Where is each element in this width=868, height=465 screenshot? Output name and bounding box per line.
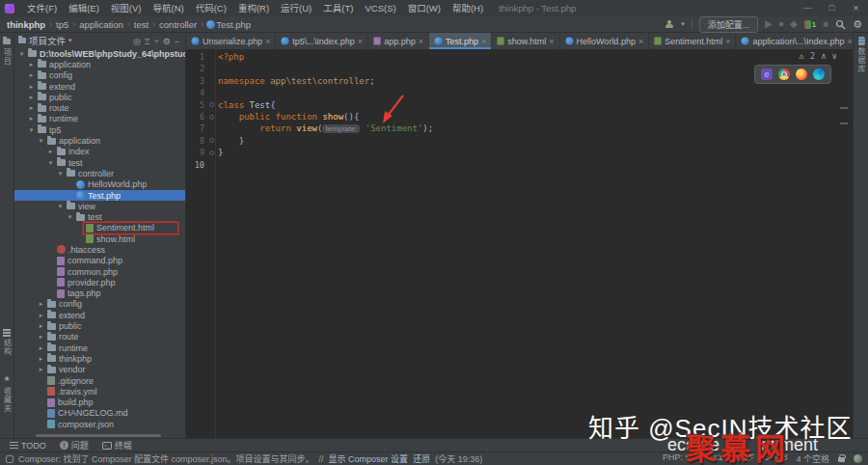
tab-close-icon[interactable]: × — [638, 37, 643, 46]
tree-row-route[interactable]: ▸route — [14, 332, 185, 342]
tab-application\...\Index.php[interactable]: application\...\Index.php× — [736, 33, 857, 49]
breadcrumb-item[interactable]: application — [78, 19, 123, 30]
tree-row-application[interactable]: ▸application — [14, 59, 185, 69]
tree-row-.travis.yml[interactable]: .travis.yml — [14, 386, 185, 397]
tree-row-test[interactable]: ▾test — [14, 211, 185, 222]
breadcrumb-item[interactable]: tp5 — [55, 19, 69, 30]
horizontal-scrollbar[interactable] — [36, 434, 161, 437]
menu-item[interactable]: 视图(V) — [105, 0, 148, 16]
breadcrumb-item[interactable]: test — [133, 19, 149, 30]
chevron-down-icon[interactable]: ▾ — [68, 37, 72, 44]
tree-row-HelloWorld.php[interactable]: HelloWorld.php — [14, 179, 185, 190]
ie-icon[interactable] — [761, 68, 773, 80]
user-icon[interactable] — [665, 20, 674, 29]
fold-icon[interactable] — [209, 102, 214, 107]
menu-item[interactable]: 窗口(W) — [402, 0, 447, 16]
tree-row-.htaccess[interactable]: .htaccess — [14, 244, 185, 255]
tree-row-controller[interactable]: ▾controller — [14, 168, 185, 178]
show-composer-settings-link[interactable]: 显示 Composer 设置 — [329, 452, 409, 465]
tree-row-Sentiment.html[interactable]: Sentiment.html — [14, 223, 185, 233]
tree-row-show.html[interactable]: show.html — [14, 233, 185, 244]
menu-item[interactable]: 编辑(E) — [63, 0, 105, 16]
collapse-all-icon[interactable]: ÷ — [152, 37, 161, 46]
fold-icon[interactable] — [209, 150, 214, 155]
tree-row-composer.json[interactable]: composer.json — [14, 419, 185, 429]
menu-item[interactable]: VCS(S) — [359, 0, 401, 16]
debug-listen-icon[interactable]: 1 — [804, 20, 816, 29]
tree-row-tags.php[interactable]: tags.php — [14, 288, 185, 299]
tab-close-icon[interactable]: × — [358, 37, 363, 46]
firefox-icon[interactable] — [796, 68, 807, 80]
tab-Test.php[interactable]: Test.php× — [429, 33, 492, 49]
tree-row-CHANGELOG.md[interactable]: CHANGELOG.md — [14, 408, 185, 419]
menu-item[interactable]: 工具(T) — [317, 0, 359, 16]
menu-item[interactable]: 帮助(H) — [447, 0, 489, 16]
tab-Sentiment.html[interactable]: Sentiment.html× — [649, 33, 736, 49]
debug-icon[interactable]: ● — [778, 18, 784, 30]
tree-row-index[interactable]: ▸index — [14, 147, 185, 157]
tab-Unserialize.php[interactable]: Unserialize.php× — [186, 33, 276, 49]
tree-row-build.php[interactable]: build.php — [14, 397, 185, 408]
stripe-button-项目[interactable]: 项目 — [2, 37, 13, 66]
tree-row-view[interactable]: ▾view — [14, 201, 185, 211]
tab-close-icon[interactable]: × — [848, 37, 853, 46]
tree-row-command.php[interactable]: command.php — [14, 256, 185, 266]
tool-window-button-TODO[interactable]: TODO — [10, 441, 46, 451]
tree-row-.gitignore[interactable]: .gitignore — [14, 375, 185, 386]
locate-icon[interactable]: ◎ — [131, 37, 143, 46]
tree-row-tp5[interactable]: ▾tp5 — [14, 124, 185, 135]
tab-show.html[interactable]: show.html× — [492, 33, 559, 49]
next-warning-icon[interactable]: ∨ — [832, 51, 837, 61]
tab-close-icon[interactable]: × — [265, 37, 270, 46]
minimize-icon[interactable] — [796, 0, 820, 16]
stop-icon[interactable]: ■ — [823, 18, 828, 30]
tree-row-runtime[interactable]: ▸runtime — [14, 114, 185, 124]
fold-icon[interactable] — [209, 138, 214, 143]
tree-row-extend[interactable]: ▸extend — [14, 81, 185, 92]
tree-row-D:\tools\WEB\phpStudy_64\phpstudy_pro\[interactable]: ▾D:\tools\WEB\phpStudy_64\phpstudy_pro\ — [14, 48, 185, 59]
tree-row-public[interactable]: ▸public — [14, 320, 185, 331]
chevron-down-icon[interactable]: ▾ — [681, 20, 685, 28]
breadcrumb-item[interactable]: Test.php — [215, 19, 252, 30]
indicator-icon[interactable] — [854, 454, 862, 463]
edge-icon[interactable] — [813, 68, 825, 80]
tab-close-icon[interactable]: × — [481, 37, 486, 46]
stripe-button-收藏夹[interactable]: 收藏夹 — [2, 368, 13, 413]
stripe-button-结构[interactable]: 结构 — [2, 329, 13, 356]
tool-window-button-问题[interactable]: 问题 — [60, 439, 89, 451]
search-icon[interactable] — [835, 19, 846, 30]
tree-row-vendor[interactable]: ▸vendor — [14, 365, 185, 375]
menu-item[interactable]: 代码(C) — [190, 0, 232, 16]
breadcrumb-item[interactable]: controller — [158, 19, 198, 30]
tree-row-thinkphp[interactable]: ▸thinkphp — [14, 353, 185, 364]
menu-item[interactable]: 文件(F) — [21, 0, 63, 16]
tool-window-switcher-icon[interactable] — [6, 455, 14, 463]
editor[interactable]: 1<?php23namespace app\test\controller;45… — [186, 49, 853, 438]
tree-row-Test.php[interactable]: Test.php — [14, 190, 185, 201]
menu-item[interactable]: 导航(N) — [147, 0, 189, 16]
gear-icon[interactable]: ⚙ — [853, 18, 862, 30]
lock-icon[interactable] — [838, 457, 845, 462]
tab-close-icon[interactable]: × — [419, 37, 423, 46]
menu-item[interactable]: 运行(U) — [275, 0, 317, 16]
tree-row-config[interactable]: ▸config — [14, 299, 185, 310]
tool-window-button-终端[interactable]: 终端 — [102, 439, 132, 451]
tree-row-application[interactable]: ▾application — [14, 135, 185, 146]
coverage-icon[interactable]: ◆ — [790, 18, 798, 30]
tree-row-extend[interactable]: ▸extend — [14, 310, 185, 320]
close-icon[interactable] — [844, 0, 868, 16]
breadcrumb-item[interactable]: thinkphp — [6, 19, 46, 30]
settings-icon[interactable]: ⚙ — [161, 37, 173, 46]
tab-close-icon[interactable]: × — [725, 37, 730, 46]
chrome-icon[interactable] — [778, 68, 790, 80]
tree-row-common.php[interactable]: common.php — [14, 266, 185, 277]
expand-all-icon[interactable]: Ξ — [143, 37, 152, 46]
fold-icon[interactable] — [209, 115, 214, 120]
tab-close-icon[interactable]: × — [549, 37, 554, 46]
run-icon[interactable]: ▶ — [765, 18, 773, 30]
tree-row-public[interactable]: ▸public — [14, 92, 185, 102]
tree-row-provider.php[interactable]: provider.php — [14, 277, 185, 287]
tree-row-route[interactable]: ▸route — [14, 102, 185, 113]
tree-row-runtime[interactable]: ▸runtime — [14, 342, 185, 353]
tree-row-test[interactable]: ▾test — [14, 157, 185, 168]
